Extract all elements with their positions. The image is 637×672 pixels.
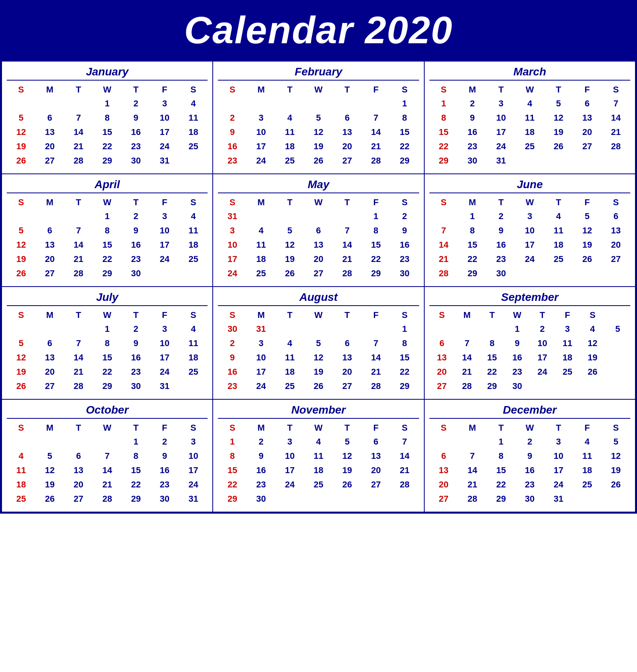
day-cell: 0 xyxy=(429,435,458,449)
day-cell: 0 xyxy=(580,379,605,393)
day-cell: 27 xyxy=(35,154,64,168)
day-cell: 0 xyxy=(35,435,64,449)
day-cell: 2 xyxy=(458,96,487,111)
day-cell: 23 xyxy=(150,478,179,492)
day-cell: 13 xyxy=(602,223,630,238)
day-cell: 14 xyxy=(429,238,458,252)
day-cell: 8 xyxy=(362,223,390,238)
month-august: AugustSMTWTFS303100001234567891011121314… xyxy=(213,287,424,400)
day-cell: 27 xyxy=(35,266,64,281)
day-cell: 28 xyxy=(454,379,479,393)
day-cell: 4 xyxy=(7,449,35,463)
day-cell: 1 xyxy=(218,435,246,449)
day-cell: 12 xyxy=(333,449,362,463)
day-cell: 0 xyxy=(602,154,630,168)
day-header-t2: T xyxy=(275,196,304,209)
day-cell: 3 xyxy=(218,223,246,238)
day-cell: 17 xyxy=(275,463,304,478)
day-cell: 26 xyxy=(7,266,35,281)
day-cell: 9 xyxy=(218,125,246,139)
day-header-m1: M xyxy=(458,421,487,435)
day-cell: 21 xyxy=(429,252,458,266)
day-cell: 8 xyxy=(479,336,504,350)
day-cell: 2 xyxy=(218,336,246,350)
day-header-w3: W xyxy=(304,308,333,322)
day-cell: 29 xyxy=(429,154,458,168)
day-cell: 0 xyxy=(573,492,601,506)
day-cell: 3 xyxy=(275,435,304,449)
day-cell: 20 xyxy=(333,365,362,379)
day-cell: 28 xyxy=(429,266,458,281)
day-header-t2: T xyxy=(275,83,304,96)
day-cell: 8 xyxy=(390,111,419,125)
day-cell: 6 xyxy=(35,223,64,238)
day-header-s0: S xyxy=(7,421,35,435)
day-cell: 9 xyxy=(121,336,150,350)
day-cell: 0 xyxy=(304,322,333,336)
day-cell: 30 xyxy=(505,379,530,393)
day-cell: 22 xyxy=(362,252,390,266)
day-header-m1: M xyxy=(247,308,275,322)
day-cell: 0 xyxy=(573,266,601,281)
month-name: January xyxy=(7,65,208,78)
day-cell: 2 xyxy=(218,111,246,125)
day-cell: 0 xyxy=(179,154,208,168)
day-header-s6: S xyxy=(602,421,630,435)
day-cell: 26 xyxy=(304,154,333,168)
day-cell: 15 xyxy=(93,238,121,252)
day-cell: 27 xyxy=(602,252,630,266)
day-cell: 22 xyxy=(429,139,458,154)
day-cell: 12 xyxy=(7,125,35,139)
day-cell: 27 xyxy=(35,379,64,393)
day-cell: 17 xyxy=(247,365,275,379)
day-cell: 5 xyxy=(275,223,304,238)
day-cell: 21 xyxy=(454,365,479,379)
day-cell: 14 xyxy=(64,238,93,252)
day-cell: 24 xyxy=(544,478,573,492)
day-cell: 28 xyxy=(64,154,93,168)
day-cell: 16 xyxy=(487,238,515,252)
day-cell: 24 xyxy=(218,266,246,281)
day-cell: 19 xyxy=(304,139,333,154)
day-cell: 27 xyxy=(333,379,362,393)
day-cell: 23 xyxy=(121,139,150,154)
day-cell: 2 xyxy=(530,322,555,336)
day-header-t4: T xyxy=(544,196,573,209)
day-cell: 0 xyxy=(362,492,390,506)
day-header-s6: S xyxy=(602,196,630,209)
day-cell: 16 xyxy=(150,463,179,478)
month-october: OctoberSMTWTFS00001234567891011121314151… xyxy=(2,400,213,512)
day-cell: 13 xyxy=(573,111,601,125)
day-cell: 20 xyxy=(35,139,64,154)
day-cell: 30 xyxy=(121,266,150,281)
day-cell: 8 xyxy=(121,449,150,463)
day-cell: 20 xyxy=(429,478,458,492)
day-header-m1: M xyxy=(247,83,275,96)
day-cell: 6 xyxy=(304,223,333,238)
day-header-m1: M xyxy=(35,421,64,435)
day-cell: 1 xyxy=(362,209,390,223)
day-cell: 19 xyxy=(7,365,35,379)
day-cell: 26 xyxy=(573,252,601,266)
day-cell: 8 xyxy=(93,111,121,125)
calendar-container: Calendar 2020 JanuarySMTWTFS000123456789… xyxy=(0,0,637,514)
day-cell: 0 xyxy=(275,492,304,506)
day-header-s0: S xyxy=(429,421,458,435)
day-cell: 7 xyxy=(93,449,121,463)
day-cell: 11 xyxy=(179,223,208,238)
day-cell: 25 xyxy=(555,365,580,379)
day-header-s6: S xyxy=(179,308,208,322)
day-cell: 7 xyxy=(64,336,93,350)
day-cell: 17 xyxy=(179,463,208,478)
day-cell: 15 xyxy=(487,463,515,478)
day-cell: 19 xyxy=(573,238,601,252)
day-cell: 8 xyxy=(218,449,246,463)
day-header-t4: T xyxy=(544,421,573,435)
day-cell: 23 xyxy=(390,252,419,266)
day-header-s0: S xyxy=(7,83,35,96)
day-cell: 0 xyxy=(275,209,304,223)
day-cell: 10 xyxy=(247,350,275,365)
day-cell: 9 xyxy=(487,223,515,238)
day-header-w3: W xyxy=(93,421,121,435)
day-cell: 10 xyxy=(275,449,304,463)
